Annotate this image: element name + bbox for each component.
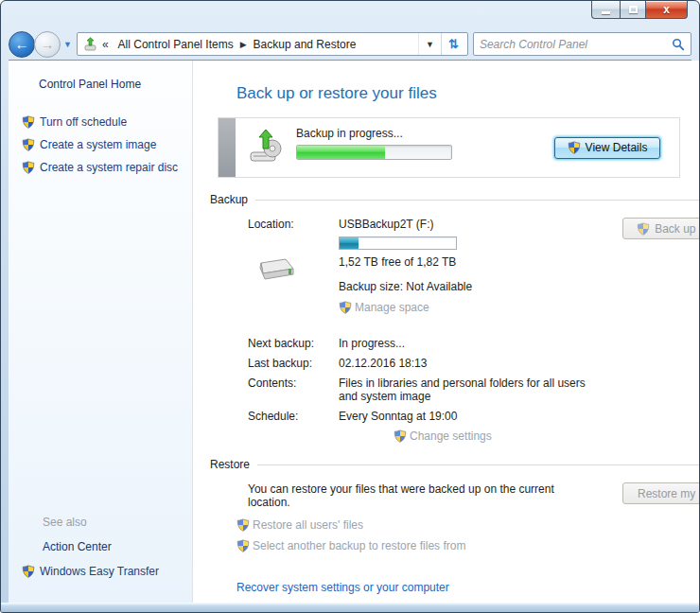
sidebar-item-label: Windows Easy Transfer bbox=[40, 565, 159, 578]
sidebar-item-create-repair-disc[interactable]: Create a system repair disc bbox=[22, 161, 192, 174]
refresh-button[interactable]: ⇅ bbox=[441, 33, 465, 55]
select-another-backup-link[interactable]: Select another backup to restore files f… bbox=[236, 539, 700, 552]
sidebar-item-control-panel-home[interactable]: Control Panel Home bbox=[39, 78, 192, 91]
close-icon: x bbox=[663, 4, 670, 15]
chevron-double-left-icon[interactable]: « bbox=[102, 38, 109, 51]
search-input[interactable] bbox=[480, 38, 672, 51]
sidebar-item-action-center[interactable]: Action Center bbox=[43, 540, 192, 553]
change-settings-label: Change settings bbox=[410, 429, 492, 443]
see-also-heading: See also bbox=[43, 516, 192, 529]
restore-description: You can restore your files that were bac… bbox=[248, 482, 574, 509]
select-another-backup-label: Select another backup to restore files f… bbox=[253, 539, 465, 552]
client-area: Control Panel Home Turn off schedule Cre… bbox=[9, 60, 691, 603]
restore-button-column: Restore my files bbox=[622, 482, 700, 509]
sidebar-item-label: Turn off schedule bbox=[40, 115, 127, 129]
free-space-text: 1,52 TB free of 1,82 TB bbox=[339, 255, 622, 269]
restore-all-users-link[interactable]: Restore all users' files bbox=[236, 518, 700, 532]
shield-icon bbox=[339, 301, 352, 314]
sidebar-item-label: Create a system repair disc bbox=[40, 161, 178, 174]
back-up-now-button[interactable]: Back up now bbox=[622, 218, 700, 239]
last-backup-value: 02.12.2016 18:13 bbox=[339, 357, 596, 370]
backup-section-label: Backup bbox=[210, 193, 248, 206]
shield-icon bbox=[637, 222, 650, 236]
sidebar-item-windows-easy-transfer[interactable]: Windows Easy Transfer bbox=[22, 565, 192, 578]
backup-progress-icon bbox=[236, 118, 296, 177]
close-button[interactable]: x bbox=[646, 1, 688, 19]
recent-pages-dropdown[interactable]: ▼ bbox=[63, 40, 72, 49]
shield-icon bbox=[236, 539, 250, 552]
shield-icon bbox=[236, 518, 250, 532]
manage-space-link[interactable]: Manage space bbox=[339, 301, 622, 314]
shield-icon bbox=[22, 161, 35, 174]
disk-usage-fill bbox=[340, 237, 359, 249]
banner-accent-strip bbox=[219, 118, 236, 177]
backup-status-text: Backup in progress... bbox=[296, 127, 554, 140]
breadcrumb-current[interactable]: Backup and Restore bbox=[250, 36, 360, 53]
backup-app-icon bbox=[83, 37, 98, 52]
shield-icon bbox=[22, 138, 35, 151]
minimize-button[interactable] bbox=[591, 1, 620, 19]
view-details-button[interactable]: View Details bbox=[554, 137, 660, 159]
last-backup-label: Last backup: bbox=[248, 357, 339, 370]
banner-button-area: View Details bbox=[554, 118, 679, 177]
location-label: Location: bbox=[248, 218, 339, 231]
restore-section-label: Restore bbox=[210, 458, 250, 471]
maximize-icon bbox=[629, 6, 638, 13]
backup-restore-window: x ← → ▼ « All Control Panel Items ▶ Back… bbox=[0, 0, 700, 613]
backup-size-text: Backup size: Not Available bbox=[339, 280, 622, 293]
address-bar[interactable]: « All Control Panel Items ▶ Backup and R… bbox=[77, 32, 468, 56]
search-icon[interactable] bbox=[672, 38, 685, 51]
back-up-now-label: Back up now bbox=[655, 222, 700, 236]
backup-progress-bar bbox=[296, 145, 452, 160]
sidebar: Control Panel Home Turn off schedule Cre… bbox=[9, 61, 193, 603]
change-settings-link[interactable]: Change settings bbox=[394, 429, 700, 443]
contents-row: Contents: Files in libraries and persona… bbox=[248, 377, 700, 403]
schedule-value: Every Sonntag at 19:00 bbox=[339, 410, 596, 423]
sidebar-item-create-system-image[interactable]: Create a system image bbox=[22, 138, 192, 151]
forward-button[interactable]: → bbox=[34, 31, 61, 58]
shield-icon bbox=[394, 429, 407, 443]
page-title: Back up or restore your files bbox=[236, 84, 700, 103]
breadcrumb-root[interactable]: All Control Panel Items bbox=[114, 36, 237, 53]
restore-row: You can restore your files that were bac… bbox=[248, 482, 700, 509]
backup-info-rows: Next backup: In progress... Last backup:… bbox=[248, 337, 700, 443]
manage-space-label: Manage space bbox=[355, 301, 429, 314]
next-backup-row: Next backup: In progress... bbox=[248, 337, 700, 350]
restore-my-files-button[interactable]: Restore my files bbox=[622, 482, 700, 504]
sidebar-item-turn-off-schedule[interactable]: Turn off schedule bbox=[22, 115, 192, 129]
location-value-column: USBBackup2T (F:) 1,52 TB free of 1,82 TB… bbox=[339, 218, 622, 314]
last-backup-row: Last backup: 02.12.2016 18:13 bbox=[248, 357, 700, 370]
back-button[interactable]: ← bbox=[9, 31, 35, 58]
location-name: USBBackup2T (F:) bbox=[339, 218, 622, 231]
recover-system-settings-link[interactable]: Recover system settings or your computer bbox=[236, 581, 449, 594]
banner-body: Backup in progress... bbox=[296, 118, 554, 177]
shield-icon bbox=[22, 115, 35, 129]
backup-progress-banner: Backup in progress... View Details bbox=[218, 117, 680, 178]
sidebar-see-also-group: See also Action Center Windows Easy Tran… bbox=[9, 516, 192, 587]
restore-section-header: Restore bbox=[210, 458, 700, 471]
view-details-label: View Details bbox=[586, 141, 648, 154]
sidebar-item-label: Create a system image bbox=[40, 138, 156, 151]
shield-icon bbox=[22, 565, 35, 578]
window-controls: x bbox=[591, 1, 688, 19]
schedule-row: Schedule: Every Sonntag at 19:00 bbox=[248, 410, 700, 423]
chevron-right-icon[interactable]: ▶ bbox=[237, 40, 250, 49]
restore-my-files-label: Restore my files bbox=[638, 487, 700, 500]
contents-value: Files in libraries and personal folders … bbox=[339, 377, 596, 403]
next-backup-label: Next backup: bbox=[248, 337, 339, 350]
backup-section-header: Backup bbox=[210, 193, 700, 206]
back-icon: ← bbox=[15, 37, 29, 51]
backup-progress-fill bbox=[297, 146, 385, 159]
search-box[interactable] bbox=[473, 32, 691, 56]
drive-icon bbox=[254, 250, 339, 287]
forward-icon: → bbox=[41, 37, 55, 51]
backup-button-column: Back up now bbox=[622, 218, 700, 314]
location-label-column: Location: bbox=[248, 218, 339, 314]
address-dropdown-button[interactable]: ▼ bbox=[418, 33, 441, 55]
maximize-button[interactable] bbox=[620, 1, 646, 19]
shield-icon bbox=[568, 141, 581, 154]
minimize-icon bbox=[602, 11, 610, 14]
next-backup-value: In progress... bbox=[339, 337, 596, 350]
main-panel: ? Back up or restore your files Backup i… bbox=[193, 61, 700, 603]
location-row: Location: USBBackup2T (F:) 1,52 TB bbox=[248, 218, 700, 314]
